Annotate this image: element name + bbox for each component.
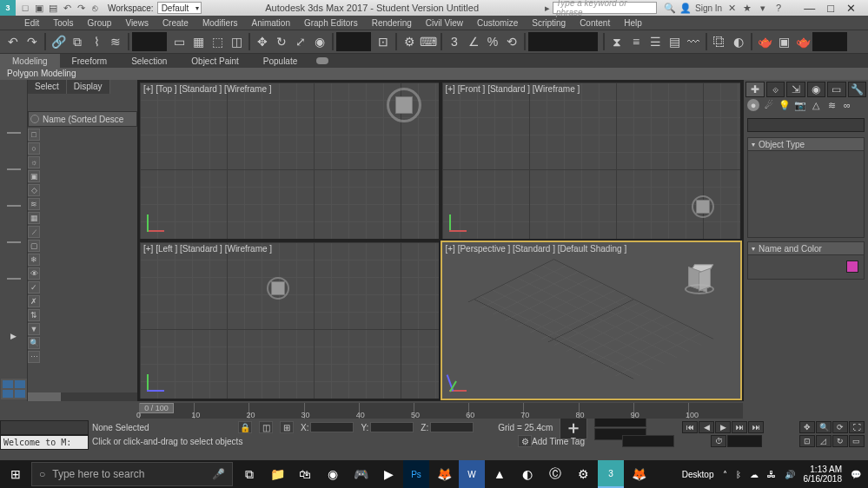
viewcube-front[interactable] (692, 195, 714, 218)
rollout-object-type[interactable]: Object Type (747, 137, 865, 151)
menu-edit[interactable]: Edit (17, 18, 46, 28)
redo-icon[interactable]: ↷ (75, 2, 87, 14)
taskbar-vlc-icon[interactable]: ▲ (487, 460, 513, 488)
cmd-tab-motion[interactable]: ◉ (807, 82, 826, 97)
redo-button[interactable]: ↷ (23, 32, 42, 51)
render-preset[interactable] (812, 32, 847, 51)
taskbar-unreal-icon[interactable]: ◐ (514, 460, 540, 488)
isolate-icon[interactable]: ◫ (259, 421, 273, 433)
viewport-left-label[interactable]: [+] [Left ] [Standard ] [Wireframe ] (143, 244, 272, 254)
filter-frozen-icon[interactable]: ❄ (28, 254, 40, 266)
filter-geometry-icon[interactable]: □ (28, 129, 40, 141)
visibility-icon[interactable] (30, 115, 39, 123)
close-button[interactable]: ✕ (846, 2, 856, 15)
taskbar-discord-icon[interactable]: 🎮 (348, 460, 374, 488)
scene-tab-select[interactable]: Select (28, 80, 67, 94)
ribbon-toggle[interactable] (316, 54, 334, 68)
dock-expand-icon[interactable]: ▶ (10, 332, 17, 340)
menu-animation[interactable]: Animation (244, 18, 296, 28)
menu-create[interactable]: Create (156, 18, 195, 28)
keyboard-button[interactable]: ⌨ (419, 32, 438, 51)
percent-snap-button[interactable]: % (483, 32, 502, 51)
window-crossing-button[interactable]: ◫ (227, 32, 246, 51)
tab-selection[interactable]: Selection (119, 54, 179, 68)
taskbar-store-icon[interactable]: 🛍 (292, 460, 318, 488)
create-systems-icon[interactable]: ∞ (841, 99, 853, 111)
help-menu-icon[interactable]: ▾ (757, 2, 769, 14)
schematic-button[interactable]: ≋ (106, 32, 125, 51)
create-lights-icon[interactable]: 💡 (779, 99, 791, 111)
taskbar-settings-icon[interactable]: ⚙ (570, 460, 596, 488)
viewport-top-label[interactable]: [+] [Top ] [Standard ] [Wireframe ] (143, 84, 272, 94)
filter-light-icon[interactable]: ☼ (28, 156, 40, 168)
mirror-button[interactable]: ⧗ (607, 32, 626, 51)
filter-helper-icon[interactable]: ◇ (28, 184, 40, 196)
tray-clock[interactable]: 1:13 AM 6/16/2018 (804, 465, 843, 484)
viewport-top[interactable]: [+] [Top ] [Standard ] [Wireframe ] (139, 82, 440, 240)
scene-hscrollbar[interactable] (28, 392, 137, 401)
curve-editor-button[interactable]: 〰 (684, 32, 703, 51)
create-shapes-icon[interactable]: ☄ (763, 99, 775, 111)
lock-selection-icon[interactable]: 🔒 (238, 421, 252, 433)
placement-button[interactable]: ◉ (310, 32, 329, 51)
filter-all-icon[interactable]: ✓ (28, 281, 40, 293)
search-icon[interactable]: 🔍 (664, 2, 676, 14)
nav-pan-button[interactable]: ✥ (799, 421, 815, 433)
taskbar-explorer-icon[interactable]: 📁 (264, 460, 290, 488)
viewport-persp-label[interactable]: [+] [Perspective ] [Standard ] [Default … (446, 244, 627, 254)
tray-onedrive-icon[interactable]: ☁ (750, 470, 759, 479)
menu-tools[interactable]: Tools (46, 18, 80, 28)
coord-z-input[interactable] (430, 422, 474, 432)
create-cameras-icon[interactable]: 📷 (794, 99, 806, 111)
tray-chevron-icon[interactable]: ˄ (723, 470, 727, 479)
tray-bluetooth-icon[interactable]: ᛒ (736, 470, 741, 479)
filter-shape-icon[interactable]: ○ (28, 142, 40, 155)
ref-coord-dropdown[interactable] (336, 32, 371, 51)
schematic-view-button[interactable]: ⿻ (710, 32, 729, 51)
menu-help[interactable]: Help (617, 18, 649, 28)
exchange-icon[interactable]: ✕ (726, 2, 738, 14)
render-button[interactable]: 🫖 (793, 32, 812, 51)
next-frame-button[interactable]: ⏭ (732, 421, 747, 433)
open-icon[interactable]: ▣ (33, 2, 45, 14)
spinner-snap-button[interactable]: ⟲ (502, 32, 521, 51)
tray-network-icon[interactable]: 🖧 (767, 470, 776, 479)
ribbon-button[interactable]: ▤ (665, 32, 684, 51)
cmd-tab-create[interactable]: ✚ (745, 82, 765, 97)
viewcube-persp[interactable] (688, 267, 714, 293)
menu-graph-editors[interactable]: Graph Editors (297, 18, 365, 28)
select-button[interactable]: ▭ (169, 32, 189, 51)
viewport-left[interactable]: [+] [Left ] [Standard ] [Wireframe ] (139, 241, 440, 399)
taskbar-chrome-icon[interactable]: ◉ (320, 460, 346, 488)
create-helpers-icon[interactable]: △ (810, 99, 822, 111)
create-spacewarps-icon[interactable]: ≋ (825, 99, 838, 111)
start-button[interactable]: ⊞ (0, 460, 31, 488)
menu-views[interactable]: Views (118, 18, 156, 28)
filter-bone-icon[interactable]: ⟋ (28, 226, 40, 238)
taskbar-video-icon[interactable]: ▶ (375, 460, 401, 488)
tray-notifications-icon[interactable]: 💬 (851, 470, 861, 479)
nav-min-button[interactable]: ▭ (849, 435, 865, 447)
undo-icon[interactable]: ↶ (61, 2, 73, 14)
signin-label[interactable]: Sign In (695, 2, 722, 14)
render-setup-button[interactable]: 🫖 (755, 32, 774, 51)
maxscript-listener[interactable]: Welcome to M: (0, 435, 89, 450)
taskbar-ccleaner-icon[interactable]: Ⓒ (542, 460, 568, 488)
scene-tab-display[interactable]: Display (67, 80, 110, 94)
new-icon[interactable]: □ (19, 2, 31, 14)
viewcube-top[interactable] (387, 88, 421, 122)
filter-hidden-icon[interactable]: 👁 (28, 267, 40, 280)
taskbar-photoshop-icon[interactable]: Ps (403, 460, 429, 488)
goto-end-button[interactable]: ⏭ (748, 421, 764, 433)
filter-group-icon[interactable]: ▦ (28, 212, 40, 224)
cmd-tab-modify[interactable]: ⟐ (766, 82, 785, 97)
filter-none-icon[interactable]: ✗ (28, 295, 40, 307)
menu-scripting[interactable]: Scripting (525, 18, 573, 28)
viewport-perspective[interactable]: [+] [Perspective ] [Standard ] [Default … (441, 241, 742, 399)
select-rect-button[interactable]: ⬚ (208, 32, 227, 51)
angle-snap-button[interactable]: ∠ (464, 32, 483, 51)
time-slider[interactable]: 0 / 100 0 10 20 30 40 50 60 70 80 90 100 (139, 403, 743, 419)
show-desktop-label[interactable]: Desktop (682, 470, 714, 479)
link-icon[interactable]: ⎋ (89, 2, 101, 14)
select-name-button[interactable]: ▦ (189, 32, 208, 51)
